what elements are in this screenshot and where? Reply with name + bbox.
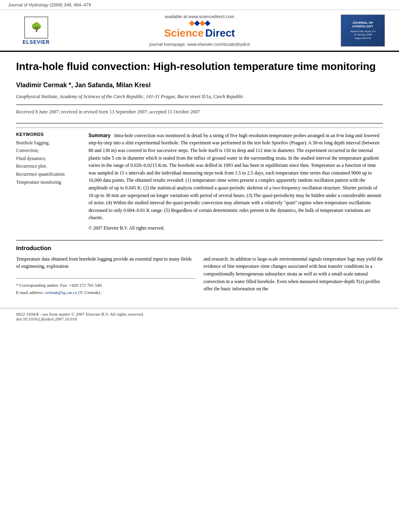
journal-reference: Journal of Hydrology (2008) 348, 464–479 [0,0,399,10]
article-title: Intra-hole fluid convection: High-resolu… [16,60,383,74]
keyword-6: Temperature monitoring [16,179,80,187]
keyword-2: Convection; [16,147,80,155]
diamond-blue-1 [194,21,200,26]
journal-cover-details: Volume 348, Issues 3-415 January 2008Pag… [350,30,376,40]
intro-col1-text: Temperature data obtained from borehole … [16,255,195,270]
copyright-text: © 2007 Elsevier B.V. All rights reserved… [88,225,383,232]
available-at-text: available at www.sciencedirect.com [68,14,331,19]
sciencedirect-center: available at www.sciencedirect.com Scien… [68,14,331,47]
keywords-list: Borehole logging; Convection; Fluid dyna… [16,139,80,186]
science-text: Science [164,27,204,39]
keyword-5: Recurrence quantification; [16,170,80,179]
introduction-title: Introduction [16,244,383,251]
journal-cover-line2: HYDROLOGY [352,25,373,28]
elsevier-logo: 🌳 ELSEVIER [14,16,58,45]
abstract-body: Intra-hole convection was monitored in d… [88,133,381,221]
introduction-col2: and research. In addition to large-scale… [204,255,383,296]
diamond-orange-2 [199,21,205,26]
footer-doi: doi:10.1016/j.jhydrol.2007.10.016 [16,316,383,321]
introduction-body: Temperature data obtained from borehole … [16,255,383,296]
footnote-corresponding: * Corresponding author. Fax: +420 272 76… [16,282,195,289]
journal-cover-line1: JOURNAL OF [352,21,373,25]
intro-col2-text: and research. In addition to large-scale… [204,255,383,293]
divider-1 [16,105,383,105]
diamond-group [190,21,210,25]
summary-label: Summary [88,133,111,138]
diamond-orange-1 [189,21,194,26]
elsevier-label: ELSEVIER [14,39,58,45]
page-header: 🌳 ELSEVIER available at www.sciencedirec… [0,10,399,52]
footnote-email: E-mail address: cermak@ig.cas.cz (V. Cer… [16,289,195,296]
keywords-column: KEYWORDS Borehole logging; Convection; F… [16,132,80,232]
keyword-3: Fluid dynamics; [16,155,80,163]
divider-2 [16,123,383,123]
main-content: Intra-hole fluid convection: High-resolu… [0,52,399,304]
authors: Vladimir Cermak *, Jan Safanda, Milan Kr… [16,82,383,89]
diamond-blue-2 [204,21,210,26]
logo-diamonds [68,21,331,25]
introduction-section: Introduction Temperature data obtained f… [16,244,383,296]
divider-3 [16,240,383,240]
sciencedirect-logo: ScienceDirect [68,27,331,39]
authors-text: Vladimir Cermak *, Jan Safanda, Milan Kr… [16,82,150,88]
page-footer: 0022-1694/$ - see front matter © 2007 El… [0,308,399,325]
received-line: Received 8 June 2007; received in revise… [16,109,383,115]
journal-cover: JOURNAL OF HYDROLOGY Volume 348, Issues … [341,14,385,47]
direct-text: Direct [205,27,235,39]
email-link[interactable]: cermak@ig.cas.cz [45,290,77,295]
journal-cover-area: JOURNAL OF HYDROLOGY Volume 348, Issues … [335,14,391,47]
journal-homepage-text: journal homepage: www.elsevier.com/locat… [68,42,331,47]
footnote-area: * Corresponding author. Fax: +420 272 76… [16,278,195,296]
journal-ref-text: Journal of Hydrology (2008) 348, 464–479 [8,2,91,7]
elsevier-logo-area: 🌳 ELSEVIER [8,16,64,45]
keyword-1: Borehole logging; [16,139,80,147]
keywords-title: KEYWORDS [16,132,80,137]
keyword-4: Recurrence plot; [16,162,80,170]
abstract-section: KEYWORDS Borehole logging; Convection; F… [16,127,383,232]
abstract-column: Summary Intra-hole convection was monito… [88,132,383,232]
footer-issn: 0022-1694/$ - see front matter © 2007 El… [16,312,383,316]
affiliation: Geophysical Institute, Academy of Scienc… [16,94,383,100]
abstract-text: Summary Intra-hole convection was monito… [88,132,383,222]
elsevier-tree-icon: 🌳 [24,16,48,39]
introduction-col1: Temperature data obtained from borehole … [16,255,195,296]
